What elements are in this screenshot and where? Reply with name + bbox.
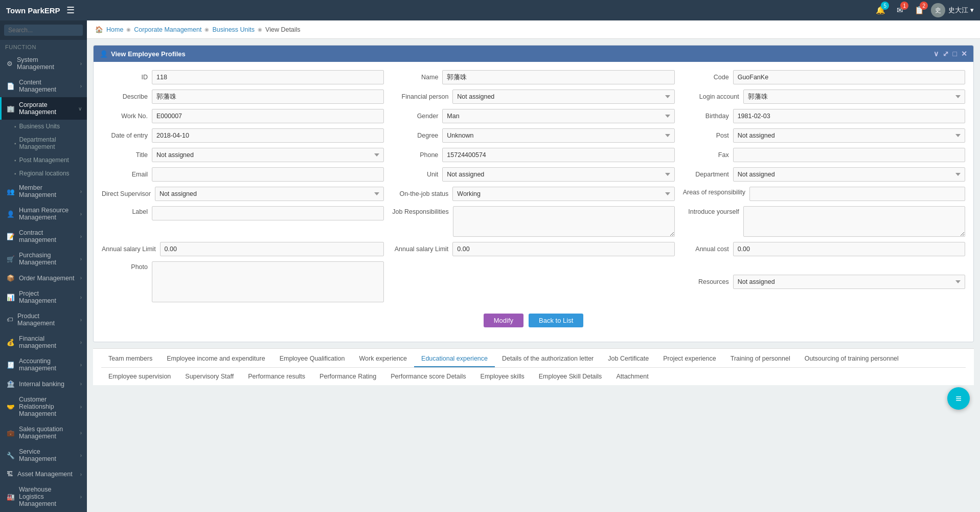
select-unit[interactable]: Not assigned xyxy=(442,167,674,182)
tab-details-of-the-authorization-letter[interactable]: Details of the authorization letter xyxy=(495,351,601,367)
input-fax[interactable] xyxy=(733,148,965,162)
select-resources[interactable]: Not assigned xyxy=(733,275,965,289)
label-login-account: Login account xyxy=(683,93,739,100)
tab-employee-qualification[interactable]: Employee Qualification xyxy=(272,351,352,367)
tab-employee-income-and-expenditure[interactable]: Employee income and expenditure xyxy=(159,351,272,367)
panel-close-icon[interactable]: ✕ xyxy=(961,50,967,58)
sidebar-item-warehouse[interactable]: 🏭 Warehouse Logistics Management › xyxy=(0,482,87,511)
sidebar-item-order[interactable]: 📦 Order Management › xyxy=(0,270,87,286)
breadcrumb-business[interactable]: Business Units xyxy=(212,26,255,33)
breadcrumb-sep-2: ◉ xyxy=(204,27,209,32)
select-degree[interactable]: Unknown xyxy=(442,128,674,143)
input-code[interactable] xyxy=(733,70,965,84)
sidebar-item-sales[interactable]: 💼 Sales quotation Management › xyxy=(0,421,87,444)
sidebar-item-system-management[interactable]: ⚙ System Management › xyxy=(0,52,87,75)
form-row-1: ID Name Code xyxy=(102,70,965,84)
select-financial-person[interactable]: Not assigned xyxy=(452,90,674,104)
tab2-employee-skill-details[interactable]: Employee Skill Details xyxy=(532,370,609,383)
input-annual-salary[interactable] xyxy=(160,242,384,256)
field-work-no: Work No. xyxy=(102,109,384,123)
sidebar-item-contract[interactable]: 📝 Contract management › xyxy=(0,225,87,248)
tab2-employee-supervision[interactable]: Employee supervision xyxy=(101,370,178,383)
field-code: Code xyxy=(683,70,965,84)
input-date-entry[interactable] xyxy=(152,128,384,143)
sidebar-sub-post[interactable]: Post Management xyxy=(0,153,87,167)
sidebar-item-hr[interactable]: 👤 Human Resource Management › xyxy=(0,203,87,225)
sidebar-item-crm[interactable]: 🤝 Customer Relationship Management › xyxy=(0,392,87,421)
select-department[interactable]: Not assigned xyxy=(733,167,965,182)
tab-job-certificate[interactable]: Job Certificate xyxy=(601,351,656,367)
tab-team-members[interactable]: Team members xyxy=(101,351,159,367)
menu-toggle-icon[interactable]: ☰ xyxy=(66,5,75,16)
field-name: Name xyxy=(392,70,674,84)
sidebar-item-product[interactable]: 🏷 Product Management › xyxy=(0,308,87,331)
sidebar-sub-regional[interactable]: Regional locations xyxy=(0,167,87,180)
tab2-employee-skills[interactable]: Employee skills xyxy=(473,370,532,383)
field-unit: Unit Not assigned xyxy=(392,167,674,182)
select-direct-supervisor[interactable]: Not assigned xyxy=(155,187,384,201)
accounting-icon: 🧾 xyxy=(7,361,15,369)
input-id[interactable] xyxy=(152,70,384,84)
tab2-performance-score-details[interactable]: Performance score Details xyxy=(383,370,473,383)
chevron-icon-7: › xyxy=(80,256,82,262)
sidebar-label-system: System Management xyxy=(17,56,76,71)
fab-button[interactable]: ≡ xyxy=(947,387,970,410)
sidebar-label-service: Service Management xyxy=(19,448,76,462)
input-label[interactable] xyxy=(152,206,384,220)
breadcrumb-corporate[interactable]: Corporate Management xyxy=(134,26,201,33)
sidebar-item-content-management[interactable]: 📄 Content Management › xyxy=(0,75,87,97)
tab2-supervisory-staff[interactable]: Supervisory Staff xyxy=(178,370,241,383)
input-email[interactable] xyxy=(152,167,384,182)
chevron-icon-10: › xyxy=(80,317,82,323)
textarea-job-resp[interactable] xyxy=(453,206,675,237)
modify-button[interactable]: Modify xyxy=(484,314,523,327)
sidebar-sub-business-units[interactable]: Business Units xyxy=(0,120,87,133)
photo-upload-area[interactable] xyxy=(152,261,384,302)
textarea-introduce[interactable] xyxy=(743,206,965,237)
notification-task-button[interactable]: 📋 2 xyxy=(911,3,927,18)
input-name[interactable] xyxy=(442,70,674,84)
input-birthday[interactable] xyxy=(733,109,965,123)
select-post[interactable]: Not assigned xyxy=(733,128,965,143)
sidebar-sub-departmental[interactable]: Departmental Management xyxy=(0,133,87,153)
input-describe[interactable] xyxy=(152,90,384,104)
tab2-performance-rating[interactable]: Performance Rating xyxy=(312,370,383,383)
sidebar-item-banking[interactable]: 🏦 Internal banking › xyxy=(0,376,87,392)
select-title[interactable]: Not assigned xyxy=(152,148,384,162)
label-phone: Phone xyxy=(392,151,438,159)
notification-bell-button[interactable]: 🔔 5 xyxy=(873,3,888,18)
sidebar-item-asset[interactable]: 🏗 Asset Management › xyxy=(0,466,87,482)
tab-educational-experience[interactable]: Educational experience xyxy=(414,351,495,367)
input-work-no[interactable] xyxy=(152,109,384,123)
tab-training-of-personnel[interactable]: Training of personnel xyxy=(723,351,797,367)
tab-project-experience[interactable]: Project experience xyxy=(656,351,723,367)
panel-detach-icon[interactable]: ⤢ xyxy=(943,50,949,58)
sidebar-item-purchasing[interactable]: 🛒 Purchasing Management › xyxy=(0,248,87,270)
user-menu[interactable]: 史 史大江 ▾ xyxy=(931,3,974,17)
breadcrumb-home[interactable]: Home xyxy=(106,26,123,33)
panel-collapse-icon[interactable]: ∨ xyxy=(933,50,939,58)
tab-work-experience[interactable]: Work experience xyxy=(352,351,414,367)
input-areas-responsibility[interactable] xyxy=(749,187,965,201)
tab2-performance-results[interactable]: Performance results xyxy=(241,370,312,383)
sidebar-item-accounting[interactable]: 🧾 Accounting management › xyxy=(0,353,87,376)
sidebar-item-member[interactable]: 👥 Member Management › xyxy=(0,180,87,203)
label-id: ID xyxy=(102,74,148,81)
tab-outsourcing-of-training-personnel[interactable]: Outsourcing of training personnel xyxy=(797,351,906,367)
sidebar-item-service[interactable]: 🔧 Service Management › xyxy=(0,444,87,466)
panel-expand-icon[interactable]: □ xyxy=(953,50,957,58)
tab2-attachment[interactable]: Attachment xyxy=(609,370,655,383)
input-annual-cost[interactable] xyxy=(733,242,965,256)
input-annual-salary-2[interactable] xyxy=(452,242,674,256)
sidebar-item-financial[interactable]: 💰 Financial management › xyxy=(0,331,87,353)
sidebar-item-project[interactable]: 📊 Project Management › xyxy=(0,286,87,308)
select-gender[interactable]: Man Woman xyxy=(442,109,674,123)
sidebar-item-corporate-management[interactable]: 🏢 Corporate Management ∨ xyxy=(0,97,87,120)
select-on-job-status[interactable]: Working xyxy=(452,187,674,201)
notification-message-button[interactable]: ✉ 1 xyxy=(892,3,907,18)
input-phone[interactable] xyxy=(442,148,674,162)
select-login-account[interactable]: 郭藩咮 xyxy=(743,90,965,104)
breadcrumb-view-details: View Details xyxy=(265,26,301,33)
search-input[interactable] xyxy=(4,25,83,36)
back-to-list-button[interactable]: Back to List xyxy=(529,314,583,327)
